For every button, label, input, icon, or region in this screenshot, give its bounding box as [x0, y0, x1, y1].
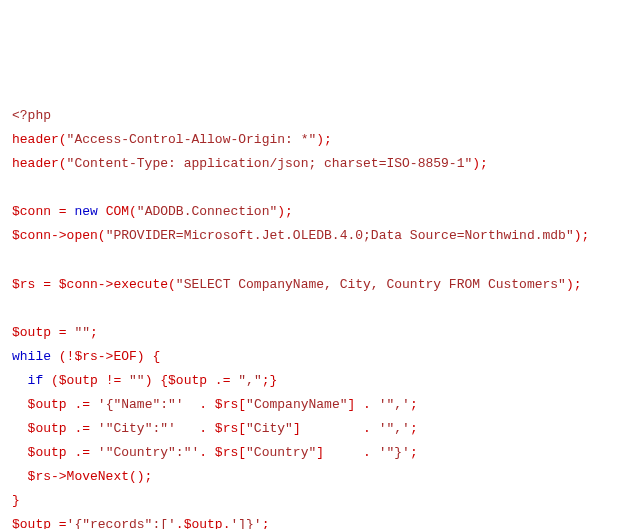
code-token: COM(	[98, 204, 137, 219]
code-token: '{"Name":"'	[98, 397, 184, 412]
code-token: );	[316, 132, 332, 147]
code-token: . $rs[	[176, 421, 246, 436]
code-line: $conn->open("PROVIDER=Microsoft.Jet.OLED…	[12, 224, 607, 248]
code-token: $outp .=	[12, 397, 98, 412]
code-token: );	[566, 277, 582, 292]
code-token: "Access-Control-Allow-Origin: *"	[67, 132, 317, 147]
code-token: if	[28, 373, 44, 388]
code-token: }	[12, 493, 20, 508]
code-token: );	[574, 228, 590, 243]
code-token: ;	[90, 325, 98, 340]
code-token: $rs = $conn->execute(	[12, 277, 176, 292]
code-token: ;	[262, 517, 270, 529]
code-token: $outp =	[12, 325, 74, 340]
code-token: "City"	[246, 421, 293, 436]
code-token: "Content-Type: application/json; charset…	[67, 156, 473, 171]
code-token: ;	[410, 397, 418, 412]
code-token: new	[74, 204, 97, 219]
code-token: "Country"	[246, 445, 316, 460]
code-token: ] .	[348, 397, 379, 412]
code-token: '"Country":"'	[98, 445, 199, 460]
code-line: $outp .= '"Country":"'. $rs["Country"] .…	[12, 441, 607, 465]
code-token: ""	[129, 373, 145, 388]
code-token: ($outp !=	[43, 373, 129, 388]
code-token: . $rs[	[184, 397, 246, 412]
code-token: ] .	[316, 445, 378, 460]
code-token: );	[277, 204, 293, 219]
code-token: $outp .=	[12, 421, 98, 436]
code-line: while (!$rs->EOF) {	[12, 345, 607, 369]
code-token: (!$rs->EOF) {	[51, 349, 160, 364]
code-token: "PROVIDER=Microsoft.Jet.OLEDB.4.0;Data S…	[106, 228, 574, 243]
code-token: ;	[410, 445, 418, 460]
code-line	[12, 176, 607, 200]
code-line	[12, 248, 607, 272]
code-token: ;}	[262, 373, 278, 388]
code-token: $outp =	[12, 517, 67, 529]
code-token	[12, 373, 28, 388]
code-block: <?phpheader("Access-Control-Allow-Origin…	[12, 104, 607, 529]
code-token: ) {$outp .=	[145, 373, 239, 388]
code-token: '"}'	[379, 445, 410, 460]
code-token: .$outp.	[176, 517, 231, 529]
code-token: header(	[12, 156, 67, 171]
code-token: '"City":"'	[98, 421, 176, 436]
code-token: while	[12, 349, 51, 364]
code-token: . $rs[	[199, 445, 246, 460]
code-line: $outp = "";	[12, 321, 607, 345]
code-line: $outp ='{"records":['.$outp.']}';	[12, 513, 607, 529]
code-line	[12, 297, 607, 321]
code-line: header("Access-Control-Allow-Origin: *")…	[12, 128, 607, 152]
code-token: "ADODB.Connection"	[137, 204, 277, 219]
code-token: $outp .=	[12, 445, 98, 460]
code-token: header(	[12, 132, 67, 147]
code-token: ","	[238, 373, 261, 388]
code-token: $conn->open(	[12, 228, 106, 243]
code-token: $rs->MoveNext();	[12, 469, 152, 484]
code-line: $outp .= '"City":"' . $rs["City"] . '",'…	[12, 417, 607, 441]
code-token: $conn =	[12, 204, 74, 219]
code-token: '",'	[379, 397, 410, 412]
code-token: );	[472, 156, 488, 171]
code-line: if ($outp != "") {$outp .= ",";}	[12, 369, 607, 393]
code-token: ] .	[293, 421, 379, 436]
code-token: <?php	[12, 108, 51, 123]
code-line: }	[12, 489, 607, 513]
code-token: "SELECT CompanyName, City, Country FROM …	[176, 277, 566, 292]
code-token: ;	[410, 421, 418, 436]
code-line: $rs->MoveNext();	[12, 465, 607, 489]
code-token: "CompanyName"	[246, 397, 347, 412]
code-line: $outp .= '{"Name":"' . $rs["CompanyName"…	[12, 393, 607, 417]
code-token: '{"records":['	[67, 517, 176, 529]
code-line: $rs = $conn->execute("SELECT CompanyName…	[12, 273, 607, 297]
code-line: <?php	[12, 104, 607, 128]
code-token: ""	[74, 325, 90, 340]
code-token: '",'	[379, 421, 410, 436]
code-line: $conn = new COM("ADODB.Connection");	[12, 200, 607, 224]
code-token: ']}'	[230, 517, 261, 529]
code-line: header("Content-Type: application/json; …	[12, 152, 607, 176]
